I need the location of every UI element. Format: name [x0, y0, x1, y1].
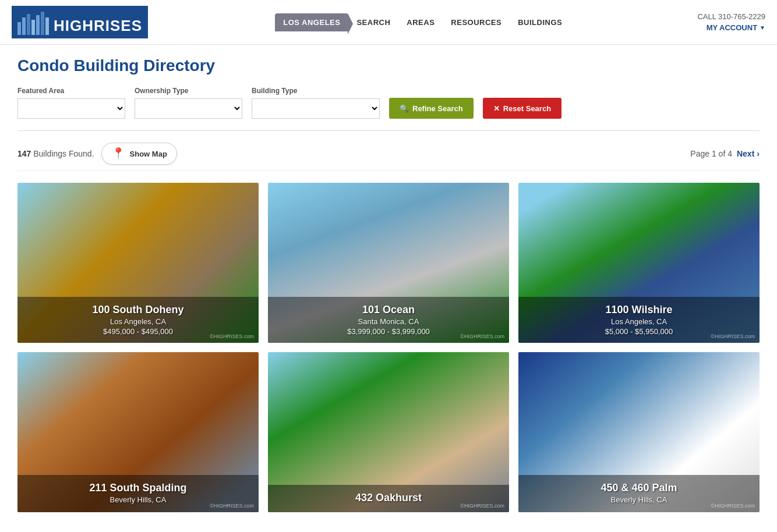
nav-item-search[interactable]: SEARCH — [348, 13, 398, 31]
svg-rect-3 — [31, 20, 35, 35]
next-page-button[interactable]: Next › — [737, 149, 760, 158]
svg-rect-1 — [22, 17, 26, 35]
nav-item-resources[interactable]: RESOURCES — [443, 13, 510, 31]
building-name: 432 Oakhurst — [276, 492, 501, 504]
page-title: Condo Building Directory — [17, 56, 760, 75]
building-card[interactable]: 211 South Spalding Beverly Hills, CA ©HI… — [17, 352, 259, 512]
logo-box: HIGHRISES — [12, 6, 148, 38]
watermark: ©HIGHRISES.com — [210, 503, 254, 509]
phone-number: CALL 310-765-2229 — [697, 12, 765, 21]
results-count: 147 Buildings Found. — [17, 149, 94, 158]
svg-rect-0 — [17, 22, 21, 35]
building-location: Los Angeles, CA — [26, 317, 250, 326]
logo-area[interactable]: HIGHRISES — [12, 6, 148, 38]
ownership-type-label: Ownership Type — [135, 87, 242, 95]
featured-area-label: Featured Area — [17, 87, 125, 95]
ownership-type-select[interactable] — [135, 98, 242, 119]
logo-bars-icon — [17, 9, 52, 35]
watermark: ©HIGHRISES.com — [460, 503, 504, 509]
reset-search-button[interactable]: ✕ Reset Search — [483, 98, 561, 119]
chevron-down-icon: ▼ — [760, 24, 765, 31]
svg-rect-5 — [41, 12, 44, 35]
nav-item-los-angeles[interactable]: LOS ANGELES — [275, 13, 348, 31]
main-content: Condo Building Directory Featured Area O… — [0, 45, 777, 524]
svg-rect-4 — [36, 15, 40, 35]
nav-item-areas[interactable]: AREAS — [398, 13, 443, 31]
featured-area-select[interactable] — [17, 98, 125, 119]
main-nav: LOS ANGELES SEARCH AREAS RESOURCES BUILD… — [275, 13, 570, 31]
header-right: CALL 310-765-2229 MY ACCOUNT ▼ — [697, 12, 765, 32]
chevron-right-icon: › — [757, 149, 760, 158]
filters-bar: Featured Area Ownership Type Building Ty… — [17, 87, 760, 119]
watermark: ©HIGHRISES.com — [711, 334, 755, 339]
building-card[interactable]: 432 Oakhurst ©HIGHRISES.com — [268, 352, 509, 512]
building-card[interactable]: 101 Ocean Santa Monica, CA $3,999,000 - … — [268, 183, 509, 343]
building-location: Los Angeles, CA — [527, 317, 751, 326]
results-bar: 147 Buildings Found. 📍 Show Map Page 1 o… — [17, 143, 760, 171]
building-type-label: Building Type — [252, 87, 380, 95]
refine-search-button[interactable]: 🔍 Refine Search — [389, 98, 474, 119]
building-card[interactable]: 1100 Wilshire Los Angeles, CA $5,000 - $… — [518, 183, 760, 343]
building-name: 211 South Spalding — [26, 482, 250, 494]
map-pin-icon: 📍 — [111, 147, 125, 161]
results-left: 147 Buildings Found. 📍 Show Map — [17, 143, 177, 165]
building-name: 450 & 460 Palm — [527, 482, 751, 494]
watermark: ©HIGHRISES.com — [460, 334, 504, 339]
nav-item-buildings[interactable]: BUILDINGS — [510, 13, 570, 31]
logo-text: HIGHRISES — [54, 17, 142, 35]
site-header: HIGHRISES LOS ANGELES SEARCH AREAS RESOU… — [0, 0, 777, 45]
building-name: 101 Ocean — [276, 304, 501, 316]
building-name: 100 South Doheny — [26, 304, 250, 316]
watermark: ©HIGHRISES.com — [210, 334, 254, 339]
my-account-button[interactable]: MY ACCOUNT ▼ — [707, 23, 765, 32]
building-name: 1100 Wilshire — [527, 304, 751, 316]
ownership-type-filter: Ownership Type — [135, 87, 242, 119]
svg-rect-6 — [45, 17, 49, 35]
building-type-filter: Building Type — [252, 87, 380, 119]
show-map-button[interactable]: 📍 Show Map — [101, 143, 177, 165]
divider — [17, 130, 760, 131]
building-type-select[interactable] — [252, 98, 380, 119]
search-icon: 🔍 — [400, 104, 409, 113]
building-card[interactable]: 450 & 460 Palm Beverly Hills, CA ©HIGHRI… — [518, 352, 760, 512]
building-location: Santa Monica, CA — [276, 317, 501, 326]
featured-area-filter: Featured Area — [17, 87, 125, 119]
svg-rect-2 — [27, 14, 30, 35]
building-card[interactable]: 100 South Doheny Los Angeles, CA $495,00… — [17, 183, 259, 343]
building-grid: 100 South Doheny Los Angeles, CA $495,00… — [17, 183, 760, 512]
page-label: Page 1 of 4 — [690, 149, 732, 158]
watermark: ©HIGHRISES.com — [711, 503, 755, 509]
close-icon: ✕ — [493, 104, 500, 113]
pagination: Page 1 of 4 Next › — [690, 149, 760, 158]
